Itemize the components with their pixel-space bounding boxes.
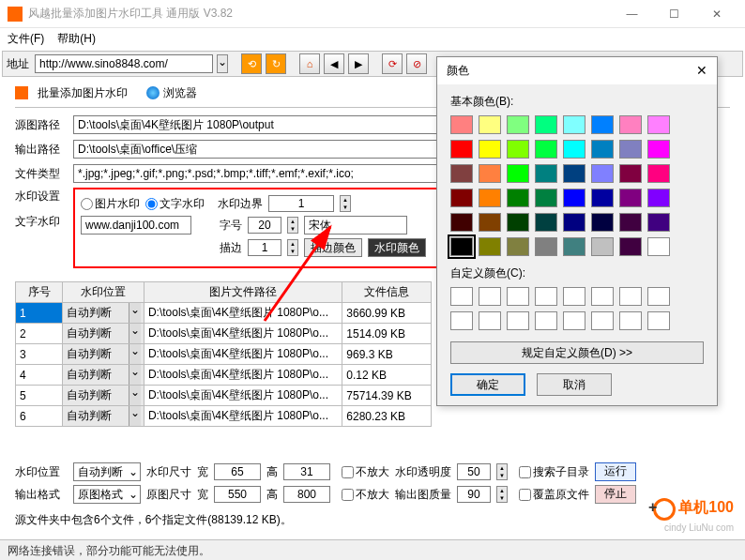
- opacity-input[interactable]: [457, 463, 491, 480]
- nav-btn-2[interactable]: ↻: [266, 53, 286, 74]
- custom-swatch[interactable]: [535, 287, 557, 306]
- color-dialog-close-icon[interactable]: ✕: [696, 63, 707, 79]
- color-swatch[interactable]: [563, 164, 585, 183]
- row-index[interactable]: 3: [16, 344, 63, 365]
- row-path[interactable]: D:\tools\桌面\4K壁纸图片 1080P\o...: [144, 324, 342, 344]
- noscale2-checkbox[interactable]: 不放大: [336, 487, 389, 503]
- color-swatch[interactable]: [450, 164, 473, 183]
- color-swatch[interactable]: [535, 164, 557, 183]
- custom-swatch[interactable]: [591, 287, 614, 306]
- th-index[interactable]: 序号: [16, 282, 63, 303]
- close-button[interactable]: ✕: [695, 0, 737, 28]
- color-swatch[interactable]: [591, 237, 614, 256]
- color-swatch[interactable]: [591, 164, 614, 183]
- th-path[interactable]: 图片文件路径: [144, 282, 342, 303]
- row-path[interactable]: D:\tools\桌面\4K壁纸图片 1080P\o...: [144, 344, 342, 365]
- menu-help[interactable]: 帮助(H): [57, 31, 96, 47]
- stop-button[interactable]: 停止: [595, 485, 636, 504]
- color-swatch[interactable]: [563, 213, 585, 232]
- color-swatch[interactable]: [619, 213, 642, 232]
- stop-icon[interactable]: ⊘: [406, 53, 427, 74]
- noscale-checkbox[interactable]: 不放大: [336, 464, 389, 480]
- color-swatch[interactable]: [591, 115, 614, 134]
- menu-file[interactable]: 文件(F): [8, 31, 44, 47]
- row-path[interactable]: D:\tools\桌面\4K壁纸图片 1080P\o...: [144, 365, 342, 386]
- nav-btn-1[interactable]: ⟲: [241, 53, 262, 74]
- wm-height-input[interactable]: [283, 463, 330, 480]
- overwrite-checkbox[interactable]: 覆盖原文件: [513, 487, 589, 503]
- address-input[interactable]: [35, 54, 213, 73]
- color-swatch[interactable]: [507, 115, 529, 134]
- file-type-input[interactable]: [73, 164, 449, 183]
- color-swatch[interactable]: [450, 213, 473, 232]
- color-swatch[interactable]: [563, 189, 585, 207]
- color-swatch[interactable]: [450, 140, 473, 159]
- color-swatch[interactable]: [535, 140, 557, 159]
- color-swatch[interactable]: [535, 115, 557, 134]
- row-index[interactable]: 6: [16, 406, 63, 427]
- row-position-combo[interactable]: 自动判断: [63, 365, 144, 386]
- custom-swatch[interactable]: [619, 311, 642, 330]
- minimize-button[interactable]: —: [611, 0, 653, 28]
- define-custom-button[interactable]: 规定自定义颜色(D) >>: [450, 341, 704, 364]
- color-swatch[interactable]: [591, 213, 614, 232]
- custom-swatch[interactable]: [450, 311, 473, 330]
- text-wm-input[interactable]: [81, 216, 191, 235]
- color-swatch[interactable]: [535, 213, 557, 232]
- orig-height-input[interactable]: [283, 486, 330, 503]
- stroke-input[interactable]: [248, 239, 281, 256]
- color-swatch[interactable]: [647, 213, 670, 232]
- addr-dropdown[interactable]: ⌄: [217, 54, 228, 73]
- wm-color-button[interactable]: 水印颜色: [368, 238, 426, 257]
- custom-swatch[interactable]: [450, 287, 473, 306]
- color-swatch[interactable]: [479, 237, 501, 256]
- color-swatch[interactable]: [507, 237, 529, 256]
- color-swatch[interactable]: [507, 213, 529, 232]
- row-position-combo[interactable]: 自动判断: [63, 406, 144, 427]
- row-position-combo[interactable]: 自动判断: [63, 386, 144, 406]
- maximize-button[interactable]: ☐: [653, 0, 695, 28]
- search-sub-checkbox[interactable]: 搜索子目录: [513, 464, 589, 480]
- color-swatch[interactable]: [479, 140, 501, 159]
- row-position-combo[interactable]: 自动判断: [63, 324, 144, 344]
- color-swatch[interactable]: [479, 115, 501, 134]
- quality-spinner[interactable]: ▲▼: [496, 486, 508, 503]
- color-swatch[interactable]: [647, 237, 670, 256]
- color-swatch[interactable]: [535, 189, 557, 207]
- tab-watermark[interactable]: 批量添加图片水印: [34, 85, 131, 101]
- color-swatch[interactable]: [591, 140, 614, 159]
- run-button[interactable]: 运行: [595, 462, 636, 481]
- color-swatch[interactable]: [619, 115, 642, 134]
- fontsize-input[interactable]: [248, 217, 281, 234]
- custom-swatch[interactable]: [647, 311, 670, 330]
- row-path[interactable]: D:\tools\桌面\4K壁纸图片 1080P\o...: [144, 406, 342, 427]
- refresh-icon[interactable]: ⟳: [382, 53, 403, 74]
- row-position-combo[interactable]: 自动判断: [63, 303, 144, 324]
- custom-swatch[interactable]: [563, 287, 585, 306]
- color-swatch[interactable]: [450, 189, 473, 207]
- src-path-input[interactable]: [73, 115, 449, 134]
- color-swatch[interactable]: [647, 164, 670, 183]
- row-path[interactable]: D:\tools\桌面\4K壁纸图片 1080P\o...: [144, 386, 342, 406]
- color-swatch[interactable]: [563, 115, 585, 134]
- color-cancel-button[interactable]: 取消: [537, 373, 612, 396]
- row-path[interactable]: D:\tools\桌面\4K壁纸图片 1080P\o...: [144, 303, 342, 324]
- back-icon[interactable]: ◀: [324, 53, 344, 74]
- font-name-input[interactable]: [304, 216, 407, 235]
- margin-input[interactable]: [268, 195, 334, 212]
- orig-width-input[interactable]: [214, 486, 261, 503]
- out-path-input[interactable]: [73, 140, 449, 159]
- forward-icon[interactable]: ▶: [348, 53, 369, 74]
- row-index[interactable]: 5: [16, 386, 63, 406]
- color-ok-button[interactable]: 确定: [450, 373, 525, 396]
- color-swatch[interactable]: [619, 237, 642, 256]
- color-swatch[interactable]: [479, 189, 501, 207]
- radio-image-wm[interactable]: 图片水印: [81, 196, 140, 212]
- row-index[interactable]: 4: [16, 365, 63, 386]
- color-swatch[interactable]: [619, 140, 642, 159]
- color-swatch[interactable]: [647, 115, 670, 134]
- color-swatch[interactable]: [479, 164, 501, 183]
- custom-swatch[interactable]: [479, 311, 501, 330]
- custom-swatch[interactable]: [619, 287, 642, 306]
- color-swatch[interactable]: [479, 213, 501, 232]
